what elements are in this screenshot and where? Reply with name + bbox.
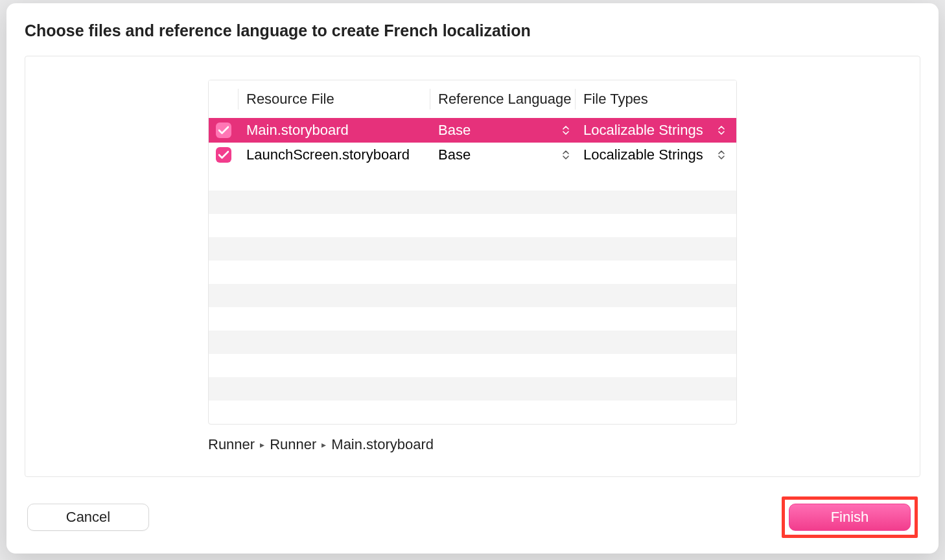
table-row[interactable]: Main.storyboard Base Localizable Strings	[209, 118, 736, 143]
files-table: Resource File Reference Language File Ty…	[208, 80, 737, 425]
reflang-value: Base	[438, 122, 471, 139]
checkbox[interactable]	[216, 122, 231, 138]
stepper-icon	[563, 149, 569, 161]
reflang-value: Base	[438, 146, 471, 163]
stepper-icon	[718, 124, 725, 136]
resource-cell: Main.storyboard	[239, 122, 430, 139]
types-cell[interactable]: Localizable Strings	[576, 122, 736, 139]
types-cell[interactable]: Localizable Strings	[576, 146, 736, 163]
reflang-cell[interactable]: Base	[430, 122, 576, 139]
reflang-cell[interactable]: Base	[430, 146, 576, 163]
stepper-icon	[563, 124, 569, 136]
table-row[interactable]: LaunchScreen.storyboard Base Localizable…	[209, 143, 736, 167]
cancel-button[interactable]: Cancel	[27, 504, 149, 531]
breadcrumb-seg[interactable]: Main.storyboard	[331, 436, 434, 453]
breadcrumb-seg[interactable]: Runner	[208, 436, 255, 453]
dialog-footer: Cancel Finish	[25, 496, 920, 542]
breadcrumb-seg[interactable]: Runner	[270, 436, 316, 453]
empty-row	[209, 307, 736, 331]
finish-highlight: Finish	[782, 496, 918, 538]
checkbox[interactable]	[216, 147, 231, 163]
check-icon	[218, 150, 229, 159]
empty-row	[209, 331, 736, 354]
check-icon	[218, 126, 229, 135]
stepper-icon	[718, 149, 725, 161]
col-resource[interactable]: Resource File	[239, 89, 430, 110]
types-value: Localizable Strings	[583, 146, 703, 163]
finish-button[interactable]: Finish	[789, 504, 911, 531]
empty-row	[209, 284, 736, 307]
table-header: Resource File Reference Language File Ty…	[209, 80, 736, 118]
types-value: Localizable Strings	[583, 122, 703, 139]
content-frame: Resource File Reference Language File Ty…	[25, 56, 920, 477]
empty-row	[209, 167, 736, 191]
empty-row	[209, 214, 736, 237]
localization-dialog: Choose files and reference language to c…	[6, 3, 939, 554]
empty-row	[209, 237, 736, 261]
empty-row	[209, 377, 736, 401]
empty-row	[209, 354, 736, 377]
empty-row	[209, 191, 736, 214]
resource-cell: LaunchScreen.storyboard	[239, 146, 430, 163]
table-wrap: Resource File Reference Language File Ty…	[208, 80, 737, 453]
breadcrumb: Runner ▸ Runner ▸ Main.storyboard	[208, 436, 737, 453]
col-types[interactable]: File Types	[576, 89, 736, 110]
dialog-title: Choose files and reference language to c…	[25, 21, 920, 40]
row-checkbox-cell	[209, 147, 239, 163]
chevron-right-icon: ▸	[260, 439, 264, 450]
col-reflang[interactable]: Reference Language	[430, 89, 576, 110]
chevron-right-icon: ▸	[321, 439, 326, 450]
empty-row	[209, 401, 736, 424]
empty-row	[209, 261, 736, 284]
row-checkbox-cell	[209, 122, 239, 138]
col-checkbox	[209, 89, 239, 110]
